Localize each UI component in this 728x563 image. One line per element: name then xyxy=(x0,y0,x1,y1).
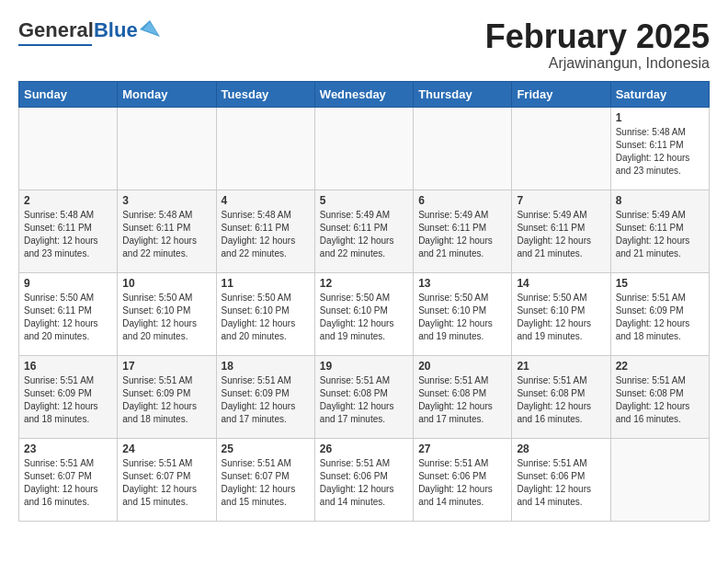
calendar-header-monday: Monday xyxy=(118,81,216,107)
calendar-header-saturday: Saturday xyxy=(610,81,709,107)
day-number: 17 xyxy=(122,360,210,373)
calendar-cell: 2Sunrise: 5:48 AMSunset: 6:11 PMDaylight… xyxy=(19,190,118,272)
page-header: General Blue February 2025 Arjawinangun,… xyxy=(18,18,710,72)
day-number: 20 xyxy=(418,360,506,373)
day-info: Sunrise: 5:48 AMSunset: 6:11 PMDaylight:… xyxy=(24,209,112,260)
calendar-week-5: 23Sunrise: 5:51 AMSunset: 6:07 PMDayligh… xyxy=(19,438,710,521)
calendar-cell xyxy=(610,438,709,521)
day-number: 15 xyxy=(616,277,704,290)
day-info: Sunrise: 5:50 AMSunset: 6:10 PMDaylight:… xyxy=(122,292,210,343)
calendar-cell: 15Sunrise: 5:51 AMSunset: 6:09 PMDayligh… xyxy=(610,272,709,355)
day-info: Sunrise: 5:51 AMSunset: 6:08 PMDaylight:… xyxy=(517,374,605,426)
day-info: Sunrise: 5:50 AMSunset: 6:10 PMDaylight:… xyxy=(320,292,408,343)
day-number: 26 xyxy=(320,442,408,455)
logo-general: General xyxy=(18,18,94,42)
day-number: 12 xyxy=(320,277,408,290)
day-number: 9 xyxy=(24,277,112,290)
calendar-cell: 17Sunrise: 5:51 AMSunset: 6:09 PMDayligh… xyxy=(118,355,216,438)
calendar-cell: 7Sunrise: 5:49 AMSunset: 6:11 PMDaylight… xyxy=(512,190,610,272)
calendar-header-friday: Friday xyxy=(512,81,610,107)
day-info: Sunrise: 5:51 AMSunset: 6:08 PMDaylight:… xyxy=(616,374,704,426)
calendar-cell: 4Sunrise: 5:48 AMSunset: 6:11 PMDaylight… xyxy=(216,190,314,272)
day-number: 23 xyxy=(24,442,112,455)
calendar-cell: 19Sunrise: 5:51 AMSunset: 6:08 PMDayligh… xyxy=(314,355,413,438)
calendar-cell: 16Sunrise: 5:51 AMSunset: 6:09 PMDayligh… xyxy=(19,355,118,438)
day-number: 8 xyxy=(616,194,704,207)
day-number: 1 xyxy=(616,111,704,124)
day-info: Sunrise: 5:51 AMSunset: 6:07 PMDaylight:… xyxy=(122,457,210,509)
day-info: Sunrise: 5:50 AMSunset: 6:11 PMDaylight:… xyxy=(24,292,112,343)
day-info: Sunrise: 5:51 AMSunset: 6:06 PMDaylight:… xyxy=(418,457,506,509)
calendar-cell: 26Sunrise: 5:51 AMSunset: 6:06 PMDayligh… xyxy=(314,438,413,521)
calendar-week-4: 16Sunrise: 5:51 AMSunset: 6:09 PMDayligh… xyxy=(19,355,710,438)
day-info: Sunrise: 5:49 AMSunset: 6:11 PMDaylight:… xyxy=(418,209,506,260)
calendar-cell: 10Sunrise: 5:50 AMSunset: 6:10 PMDayligh… xyxy=(118,272,216,355)
day-number: 27 xyxy=(418,442,506,455)
day-info: Sunrise: 5:49 AMSunset: 6:11 PMDaylight:… xyxy=(616,209,704,260)
day-info: Sunrise: 5:50 AMSunset: 6:10 PMDaylight:… xyxy=(418,292,506,343)
day-info: Sunrise: 5:51 AMSunset: 6:08 PMDaylight:… xyxy=(320,374,408,426)
day-info: Sunrise: 5:51 AMSunset: 6:06 PMDaylight:… xyxy=(320,457,408,509)
day-number: 10 xyxy=(122,277,210,290)
day-info: Sunrise: 5:51 AMSunset: 6:08 PMDaylight:… xyxy=(418,374,506,426)
day-info: Sunrise: 5:51 AMSunset: 6:09 PMDaylight:… xyxy=(222,374,310,426)
day-info: Sunrise: 5:51 AMSunset: 6:07 PMDaylight:… xyxy=(222,457,310,509)
calendar-cell: 5Sunrise: 5:49 AMSunset: 6:11 PMDaylight… xyxy=(314,190,413,272)
day-number: 11 xyxy=(222,277,310,290)
day-number: 19 xyxy=(320,360,408,373)
calendar-cell: 11Sunrise: 5:50 AMSunset: 6:10 PMDayligh… xyxy=(216,272,314,355)
day-number: 25 xyxy=(222,442,310,455)
calendar-cell: 8Sunrise: 5:49 AMSunset: 6:11 PMDaylight… xyxy=(610,190,709,272)
day-number: 16 xyxy=(24,360,112,373)
day-info: Sunrise: 5:51 AMSunset: 6:09 PMDaylight:… xyxy=(616,292,704,343)
calendar-cell xyxy=(414,107,512,190)
day-info: Sunrise: 5:51 AMSunset: 6:06 PMDaylight:… xyxy=(517,457,605,509)
calendar-cell: 21Sunrise: 5:51 AMSunset: 6:08 PMDayligh… xyxy=(512,355,610,438)
calendar-cell: 20Sunrise: 5:51 AMSunset: 6:08 PMDayligh… xyxy=(414,355,512,438)
calendar-cell: 14Sunrise: 5:50 AMSunset: 6:10 PMDayligh… xyxy=(512,272,610,355)
day-info: Sunrise: 5:48 AMSunset: 6:11 PMDaylight:… xyxy=(122,209,210,260)
day-info: Sunrise: 5:50 AMSunset: 6:10 PMDaylight:… xyxy=(222,292,310,343)
day-number: 24 xyxy=(122,442,210,455)
calendar-week-1: 1Sunrise: 5:48 AMSunset: 6:11 PMDaylight… xyxy=(19,107,710,190)
calendar-header-tuesday: Tuesday xyxy=(216,81,314,107)
calendar-title: February 2025 xyxy=(485,18,710,55)
day-info: Sunrise: 5:51 AMSunset: 6:07 PMDaylight:… xyxy=(24,457,112,509)
calendar-cell: 25Sunrise: 5:51 AMSunset: 6:07 PMDayligh… xyxy=(216,438,314,521)
day-number: 5 xyxy=(320,194,408,207)
day-info: Sunrise: 5:51 AMSunset: 6:09 PMDaylight:… xyxy=(122,374,210,426)
calendar-cell xyxy=(118,107,216,190)
calendar-week-3: 9Sunrise: 5:50 AMSunset: 6:11 PMDaylight… xyxy=(19,272,710,355)
calendar-cell: 3Sunrise: 5:48 AMSunset: 6:11 PMDaylight… xyxy=(118,190,216,272)
calendar-location: Arjawinangun, Indonesia xyxy=(485,55,710,72)
calendar-cell: 13Sunrise: 5:50 AMSunset: 6:10 PMDayligh… xyxy=(414,272,512,355)
title-block: February 2025 Arjawinangun, Indonesia xyxy=(485,18,710,72)
day-info: Sunrise: 5:48 AMSunset: 6:11 PMDaylight:… xyxy=(222,209,310,260)
calendar-header-sunday: Sunday xyxy=(19,81,118,107)
day-number: 14 xyxy=(517,277,605,290)
calendar-table: SundayMondayTuesdayWednesdayThursdayFrid… xyxy=(18,81,710,522)
day-info: Sunrise: 5:48 AMSunset: 6:11 PMDaylight:… xyxy=(616,126,704,178)
day-info: Sunrise: 5:51 AMSunset: 6:09 PMDaylight:… xyxy=(24,374,112,426)
calendar-cell: 28Sunrise: 5:51 AMSunset: 6:06 PMDayligh… xyxy=(512,438,610,521)
day-number: 18 xyxy=(222,360,310,373)
calendar-cell: 18Sunrise: 5:51 AMSunset: 6:09 PMDayligh… xyxy=(216,355,314,438)
calendar-cell: 1Sunrise: 5:48 AMSunset: 6:11 PMDaylight… xyxy=(610,107,709,190)
calendar-header-wednesday: Wednesday xyxy=(314,81,413,107)
calendar-cell xyxy=(512,107,610,190)
calendar-week-2: 2Sunrise: 5:48 AMSunset: 6:11 PMDaylight… xyxy=(19,190,710,272)
calendar-header-thursday: Thursday xyxy=(414,81,512,107)
day-number: 3 xyxy=(122,194,210,207)
calendar-cell: 24Sunrise: 5:51 AMSunset: 6:07 PMDayligh… xyxy=(118,438,216,521)
day-info: Sunrise: 5:49 AMSunset: 6:11 PMDaylight:… xyxy=(517,209,605,260)
calendar-cell: 9Sunrise: 5:50 AMSunset: 6:11 PMDaylight… xyxy=(19,272,118,355)
logo-blue: Blue xyxy=(94,18,138,42)
calendar-cell: 27Sunrise: 5:51 AMSunset: 6:06 PMDayligh… xyxy=(414,438,512,521)
day-info: Sunrise: 5:49 AMSunset: 6:11 PMDaylight:… xyxy=(320,209,408,260)
day-number: 22 xyxy=(616,360,704,373)
calendar-cell: 12Sunrise: 5:50 AMSunset: 6:10 PMDayligh… xyxy=(314,272,413,355)
day-number: 4 xyxy=(222,194,310,207)
day-info: Sunrise: 5:50 AMSunset: 6:10 PMDaylight:… xyxy=(517,292,605,343)
logo-bird-icon xyxy=(140,20,160,37)
calendar-cell xyxy=(19,107,118,190)
